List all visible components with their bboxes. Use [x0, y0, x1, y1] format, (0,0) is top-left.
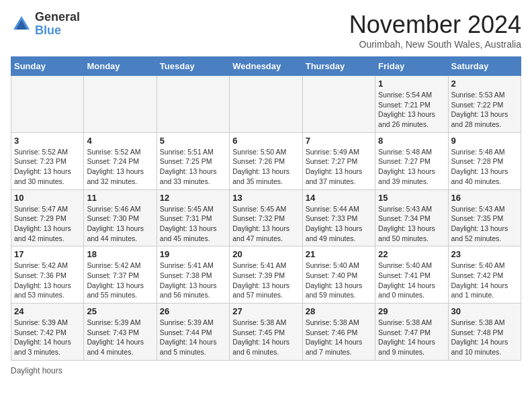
calendar-cell: 19Sunrise: 5:41 AMSunset: 7:38 PMDayligh… [157, 246, 229, 304]
day-number: 15 [378, 193, 445, 203]
calendar-header-monday: Monday [84, 57, 157, 76]
day-info: Sunrise: 5:54 AMSunset: 7:21 PMDaylight:… [378, 90, 445, 130]
title-area: November 2024 Ourimbah, New South Wales,… [349, 11, 521, 50]
calendar: SundayMondayTuesdayWednesdayThursdayFrid… [11, 56, 521, 361]
day-info: Sunrise: 5:42 AMSunset: 7:37 PMDaylight:… [87, 261, 153, 300]
day-info: Sunrise: 5:50 AMSunset: 7:26 PMDaylight:… [232, 147, 299, 187]
calendar-header-tuesday: Tuesday [157, 57, 229, 76]
daylight-hours-label: Daylight hours [11, 366, 62, 375]
day-number: 17 [14, 249, 81, 259]
day-number: 12 [160, 193, 226, 203]
day-info: Sunrise: 5:47 AMSunset: 7:29 PMDaylight:… [14, 204, 81, 244]
day-info: Sunrise: 5:46 AMSunset: 7:30 PMDaylight:… [87, 204, 153, 244]
day-number: 7 [306, 136, 372, 146]
subtitle: Ourimbah, New South Wales, Australia [349, 39, 521, 50]
calendar-cell: 6Sunrise: 5:50 AMSunset: 7:26 PMDaylight… [230, 132, 302, 189]
calendar-week-1: 1Sunrise: 5:54 AMSunset: 7:21 PMDaylight… [11, 76, 521, 133]
calendar-cell: 8Sunrise: 5:48 AMSunset: 7:27 PMDaylight… [375, 132, 448, 189]
day-info: Sunrise: 5:40 AMSunset: 7:40 PMDaylight:… [306, 261, 372, 300]
day-number: 4 [87, 136, 153, 146]
calendar-cell [11, 76, 84, 133]
calendar-cell: 7Sunrise: 5:49 AMSunset: 7:27 PMDaylight… [302, 132, 375, 189]
day-info: Sunrise: 5:52 AMSunset: 7:23 PMDaylight:… [14, 147, 81, 187]
header: General Blue November 2024 Ourimbah, New… [11, 11, 521, 50]
day-number: 20 [232, 249, 299, 259]
logo-blue: Blue [35, 24, 61, 37]
calendar-week-4: 17Sunrise: 5:42 AMSunset: 7:36 PMDayligh… [11, 246, 521, 304]
day-number: 6 [232, 136, 299, 146]
calendar-cell: 11Sunrise: 5:46 AMSunset: 7:30 PMDayligh… [84, 189, 157, 246]
day-info: Sunrise: 5:45 AMSunset: 7:31 PMDaylight:… [160, 204, 226, 244]
day-number: 25 [87, 306, 153, 316]
day-number: 1 [378, 79, 445, 89]
calendar-cell [230, 76, 302, 133]
day-info: Sunrise: 5:41 AMSunset: 7:39 PMDaylight:… [232, 261, 299, 300]
calendar-header-row: SundayMondayTuesdayWednesdayThursdayFrid… [11, 57, 521, 76]
day-number: 9 [451, 136, 518, 146]
day-number: 14 [306, 193, 372, 203]
calendar-header-saturday: Saturday [448, 57, 521, 76]
logo-icon [11, 13, 32, 35]
calendar-cell: 17Sunrise: 5:42 AMSunset: 7:36 PMDayligh… [11, 246, 84, 304]
day-number: 23 [451, 249, 518, 259]
day-number: 22 [378, 249, 445, 259]
day-number: 27 [232, 306, 299, 316]
day-info: Sunrise: 5:45 AMSunset: 7:32 PMDaylight:… [232, 204, 299, 244]
day-info: Sunrise: 5:42 AMSunset: 7:36 PMDaylight:… [14, 261, 81, 300]
calendar-cell: 16Sunrise: 5:43 AMSunset: 7:35 PMDayligh… [448, 189, 521, 246]
day-info: Sunrise: 5:38 AMSunset: 7:47 PMDaylight:… [378, 318, 445, 357]
calendar-header-sunday: Sunday [11, 57, 84, 76]
day-number: 2 [451, 79, 518, 89]
day-info: Sunrise: 5:38 AMSunset: 7:45 PMDaylight:… [232, 318, 299, 357]
calendar-cell: 9Sunrise: 5:48 AMSunset: 7:28 PMDaylight… [448, 132, 521, 189]
calendar-cell: 27Sunrise: 5:38 AMSunset: 7:45 PMDayligh… [230, 304, 302, 361]
footer-note: Daylight hours [11, 366, 521, 375]
day-info: Sunrise: 5:39 AMSunset: 7:43 PMDaylight:… [87, 318, 153, 357]
day-info: Sunrise: 5:40 AMSunset: 7:42 PMDaylight:… [451, 261, 518, 300]
calendar-cell: 20Sunrise: 5:41 AMSunset: 7:39 PMDayligh… [230, 246, 302, 304]
calendar-cell: 28Sunrise: 5:38 AMSunset: 7:46 PMDayligh… [302, 304, 375, 361]
day-info: Sunrise: 5:44 AMSunset: 7:33 PMDaylight:… [306, 204, 372, 244]
day-info: Sunrise: 5:39 AMSunset: 7:42 PMDaylight:… [14, 318, 81, 357]
day-number: 13 [232, 193, 299, 203]
day-info: Sunrise: 5:49 AMSunset: 7:27 PMDaylight:… [306, 147, 372, 187]
calendar-week-5: 24Sunrise: 5:39 AMSunset: 7:42 PMDayligh… [11, 304, 521, 361]
calendar-cell: 23Sunrise: 5:40 AMSunset: 7:42 PMDayligh… [448, 246, 521, 304]
day-number: 5 [160, 136, 226, 146]
day-info: Sunrise: 5:53 AMSunset: 7:22 PMDaylight:… [451, 90, 518, 130]
day-info: Sunrise: 5:51 AMSunset: 7:25 PMDaylight:… [160, 147, 226, 187]
calendar-cell: 4Sunrise: 5:52 AMSunset: 7:24 PMDaylight… [84, 132, 157, 189]
calendar-cell: 1Sunrise: 5:54 AMSunset: 7:21 PMDaylight… [375, 76, 448, 133]
calendar-cell: 22Sunrise: 5:40 AMSunset: 7:41 PMDayligh… [375, 246, 448, 304]
calendar-cell: 26Sunrise: 5:39 AMSunset: 7:44 PMDayligh… [157, 304, 229, 361]
day-number: 16 [451, 193, 518, 203]
calendar-cell: 18Sunrise: 5:42 AMSunset: 7:37 PMDayligh… [84, 246, 157, 304]
calendar-cell: 15Sunrise: 5:43 AMSunset: 7:34 PMDayligh… [375, 189, 448, 246]
calendar-header-wednesday: Wednesday [230, 57, 302, 76]
calendar-cell: 25Sunrise: 5:39 AMSunset: 7:43 PMDayligh… [84, 304, 157, 361]
day-info: Sunrise: 5:52 AMSunset: 7:24 PMDaylight:… [87, 147, 153, 187]
calendar-week-3: 10Sunrise: 5:47 AMSunset: 7:29 PMDayligh… [11, 189, 521, 246]
calendar-cell: 21Sunrise: 5:40 AMSunset: 7:40 PMDayligh… [302, 246, 375, 304]
calendar-header-thursday: Thursday [302, 57, 375, 76]
calendar-cell: 29Sunrise: 5:38 AMSunset: 7:47 PMDayligh… [375, 304, 448, 361]
calendar-cell: 10Sunrise: 5:47 AMSunset: 7:29 PMDayligh… [11, 189, 84, 246]
calendar-cell [84, 76, 157, 133]
day-number: 29 [378, 306, 445, 316]
day-info: Sunrise: 5:40 AMSunset: 7:41 PMDaylight:… [378, 261, 445, 300]
day-info: Sunrise: 5:38 AMSunset: 7:48 PMDaylight:… [451, 318, 518, 357]
calendar-cell: 12Sunrise: 5:45 AMSunset: 7:31 PMDayligh… [157, 189, 229, 246]
calendar-header-friday: Friday [375, 57, 448, 76]
logo: General Blue [11, 11, 80, 38]
calendar-cell: 2Sunrise: 5:53 AMSunset: 7:22 PMDaylight… [448, 76, 521, 133]
logo-text: General Blue [35, 11, 80, 38]
day-number: 19 [160, 249, 226, 259]
day-number: 28 [306, 306, 372, 316]
calendar-cell [157, 76, 229, 133]
calendar-cell: 24Sunrise: 5:39 AMSunset: 7:42 PMDayligh… [11, 304, 84, 361]
day-number: 21 [306, 249, 372, 259]
month-title: November 2024 [349, 11, 521, 39]
day-info: Sunrise: 5:43 AMSunset: 7:35 PMDaylight:… [451, 204, 518, 244]
day-number: 10 [14, 193, 81, 203]
day-number: 26 [160, 306, 226, 316]
